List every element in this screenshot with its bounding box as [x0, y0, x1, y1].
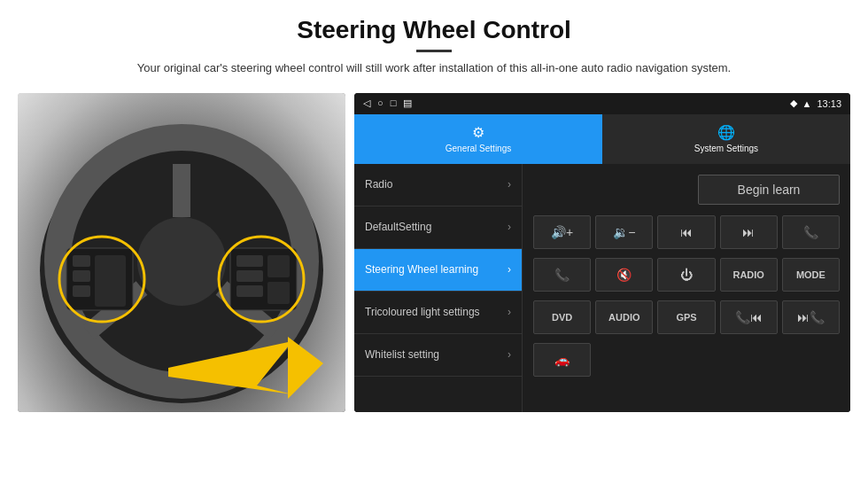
status-bar: ◁ ○ □ ▤ ◆ ▲ 13:13	[354, 93, 850, 114]
svg-point-2	[137, 217, 226, 306]
status-icons: ◁ ○ □ ▤	[363, 97, 412, 109]
next-track-button[interactable]: ⏭	[720, 215, 778, 249]
audio-button[interactable]: AUDIO	[595, 300, 653, 334]
android-panel: ◁ ○ □ ▤ ◆ ▲ 13:13 ⚙ General Settings 🌐 S…	[354, 93, 850, 412]
chevron-icon: ›	[508, 178, 511, 191]
vol-down-icon: 🔉−	[613, 225, 635, 239]
svg-rect-16	[267, 282, 290, 304]
control-grid-bottom: 🚗	[530, 341, 843, 378]
vol-up-button[interactable]: 🔊+	[533, 215, 591, 249]
page-title: Steering Wheel Control	[35, 16, 833, 44]
phone-prev-button[interactable]: 📞⏮	[720, 300, 778, 334]
gps-button[interactable]: GPS	[657, 300, 715, 334]
svg-rect-8	[73, 270, 90, 282]
svg-rect-15	[267, 255, 290, 277]
page-header: Steering Wheel Control Your original car…	[0, 0, 868, 86]
menu-item-tricoloured[interactable]: Tricoloured light settings ›	[354, 292, 522, 334]
content-area: Begin learn 🔊+ 🔉− ⏮ ⏭	[523, 164, 850, 412]
back-icon: ◁	[363, 97, 370, 109]
vol-up-icon: 🔊+	[551, 225, 573, 239]
svg-marker-20	[288, 337, 323, 399]
location-icon: ◆	[790, 97, 797, 109]
power-icon: ⏻	[680, 268, 693, 282]
hangup-icon: 📞	[554, 268, 570, 282]
tabs-bar: ⚙ General Settings 🌐 System Settings	[354, 114, 850, 164]
wifi-icon: ▲	[802, 98, 812, 109]
begin-learn-button[interactable]: Begin learn	[698, 175, 840, 205]
chevron-icon: ›	[508, 263, 511, 276]
svg-rect-14	[236, 285, 263, 297]
gear-icon: ⚙	[472, 124, 484, 141]
power-button[interactable]: ⏻	[657, 258, 715, 292]
svg-rect-10	[95, 255, 126, 307]
mute-icon: 🔇	[616, 268, 632, 282]
dvd-button[interactable]: DVD	[533, 300, 591, 334]
menu-item-whitelist[interactable]: Whitelist setting ›	[354, 334, 522, 377]
prev-track-button[interactable]: ⏮	[657, 215, 715, 249]
control-grid-row1: 🔊+ 🔉− ⏮ ⏭ 📞	[530, 214, 843, 251]
mode-button[interactable]: MODE	[782, 258, 840, 292]
globe-icon: 🌐	[717, 124, 735, 141]
phone-icon: 📞	[803, 225, 818, 239]
recents-icon: □	[391, 97, 397, 109]
menu-item-radio[interactable]: Radio ›	[354, 164, 522, 206]
car-icon: 🚗	[554, 353, 570, 367]
menu-items-list: Radio › DefaultSetting › Steering Wheel …	[354, 164, 523, 412]
control-grid-row3: DVD AUDIO GPS 📞⏮ ⏭📞	[530, 299, 843, 336]
svg-rect-9	[73, 285, 90, 297]
header-divider	[416, 50, 452, 52]
phone-prev-icon: 📞⏮	[735, 310, 763, 324]
chevron-icon: ›	[508, 348, 511, 361]
menu-icon: ▤	[403, 97, 412, 109]
svg-rect-13	[236, 270, 263, 282]
steering-wheel-image	[18, 93, 345, 412]
phone-next-icon: ⏭📞	[797, 310, 825, 324]
mute-button[interactable]: 🔇	[595, 258, 653, 292]
menu-item-steering-wheel[interactable]: Steering Wheel learning ›	[354, 249, 522, 292]
radio-button[interactable]: RADIO	[720, 258, 778, 292]
chevron-icon: ›	[508, 221, 511, 233]
status-time: 13:13	[817, 98, 841, 109]
prev-icon: ⏮	[680, 225, 693, 239]
tab-general-settings[interactable]: ⚙ General Settings	[354, 114, 602, 164]
header-description: Your original car's steering wheel contr…	[124, 59, 744, 77]
car-icon-button[interactable]: 🚗	[533, 343, 591, 377]
svg-rect-12	[236, 255, 263, 267]
call-button[interactable]: 📞	[782, 215, 840, 249]
vol-down-button[interactable]: 🔉−	[595, 215, 653, 249]
main-content: ◁ ○ □ ▤ ◆ ▲ 13:13 ⚙ General Settings 🌐 S…	[0, 86, 868, 412]
chevron-icon: ›	[508, 306, 511, 318]
home-icon: ○	[377, 97, 384, 109]
settings-content: Radio › DefaultSetting › Steering Wheel …	[354, 164, 850, 412]
svg-rect-7	[73, 255, 90, 267]
status-right: ◆ ▲ 13:13	[790, 97, 841, 109]
menu-item-default-setting[interactable]: DefaultSetting ›	[354, 206, 522, 249]
hangup-button[interactable]: 📞	[533, 258, 591, 292]
control-grid-row2: 📞 🔇 ⏻ RADIO MODE	[530, 256, 843, 293]
tab-system-settings[interactable]: 🌐 System Settings	[602, 114, 850, 164]
phone-next-button[interactable]: ⏭📞	[782, 300, 840, 334]
begin-learn-row: Begin learn	[530, 171, 843, 208]
next-icon: ⏭	[742, 225, 755, 239]
